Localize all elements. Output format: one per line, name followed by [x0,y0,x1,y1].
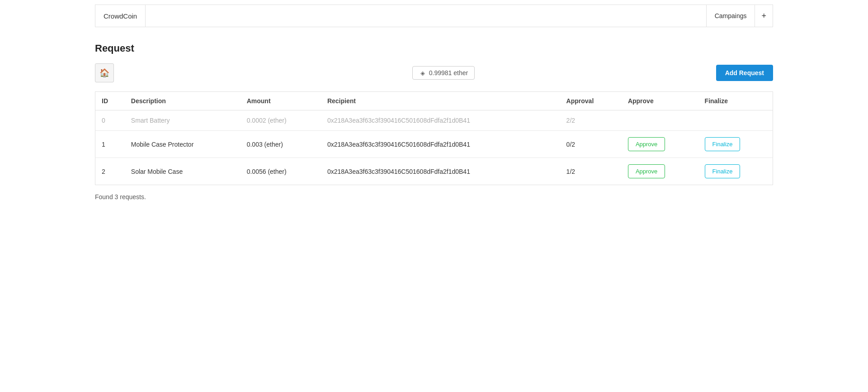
navbar-plus-button[interactable]: + [755,5,773,27]
home-button[interactable]: 🏠 [95,63,114,82]
col-amount: Amount [241,92,321,110]
cell-approval: 0/2 [560,131,622,158]
navbar-brand[interactable]: CrowdCoin [95,5,146,27]
toolbar-right: Add Request [475,65,773,81]
add-request-button[interactable]: Add Request [716,65,773,81]
page-container: Request 🏠 ◈ 0.99981 ether Add Request ID… [95,32,773,201]
cell-description: Mobile Case Protector [125,131,241,158]
cell-approval: 2/2 [560,110,622,131]
ether-badge: ◈ 0.99981 ether [412,66,475,80]
finalize-button[interactable]: Finalize [705,164,741,178]
cell-recipient: 0x218A3ea3f63c3f390416C501608dFdfa2f1d0B… [321,158,560,185]
home-icon: 🏠 [99,68,109,78]
cell-id: 2 [95,158,125,185]
cell-amount: 0.0002 (ether) [241,110,321,131]
cell-approval: 1/2 [560,158,622,185]
page-title: Request [95,43,773,54]
approve-button[interactable]: Approve [628,164,665,178]
found-text: Found 3 requests. [95,193,773,201]
requests-table: ID Description Amount Recipient Approval… [95,91,773,185]
col-finalize: Finalize [698,92,773,110]
table-row: 1Mobile Case Protector0.003 (ether)0x218… [95,131,773,158]
ether-icon: ◈ [419,69,426,76]
cell-approve-btn: Approve [622,158,698,185]
cell-finalize-btn: Finalize [698,131,773,158]
cell-description: Smart Battery [125,110,241,131]
ether-value: 0.99981 ether [429,69,468,76]
cell-description: Solar Mobile Case [125,158,241,185]
col-approval: Approval [560,92,622,110]
table-body: 0Smart Battery0.0002 (ether)0x218A3ea3f6… [95,110,773,185]
toolbar: 🏠 ◈ 0.99981 ether Add Request [95,63,773,82]
cell-amount: 0.003 (ether) [241,131,321,158]
approve-button[interactable]: Approve [628,137,665,151]
cell-recipient: 0x218A3ea3f63c3f390416C501608dFdfa2f1d0B… [321,131,560,158]
cell-approve-btn: Approve [622,131,698,158]
table-row: 0Smart Battery0.0002 (ether)0x218A3ea3f6… [95,110,773,131]
finalize-button[interactable]: Finalize [705,137,741,151]
col-id: ID [95,92,125,110]
cell-amount: 0.0056 (ether) [241,158,321,185]
col-approve: Approve [622,92,698,110]
table-header-row: ID Description Amount Recipient Approval… [95,92,773,110]
cell-id: 1 [95,131,125,158]
cell-recipient: 0x218A3ea3f63c3f390416C501608dFdfa2f1d0B… [321,110,560,131]
cell-finalize-btn: Finalize [698,158,773,185]
col-recipient: Recipient [321,92,560,110]
cell-approve-btn [622,110,698,131]
navbar: CrowdCoin Campaings + [95,5,773,27]
cell-finalize-btn [698,110,773,131]
table-row: 2Solar Mobile Case0.0056 (ether)0x218A3e… [95,158,773,185]
col-description: Description [125,92,241,110]
table-header: ID Description Amount Recipient Approval… [95,92,773,110]
navbar-campaigns[interactable]: Campaings [706,5,755,27]
cell-id: 0 [95,110,125,131]
